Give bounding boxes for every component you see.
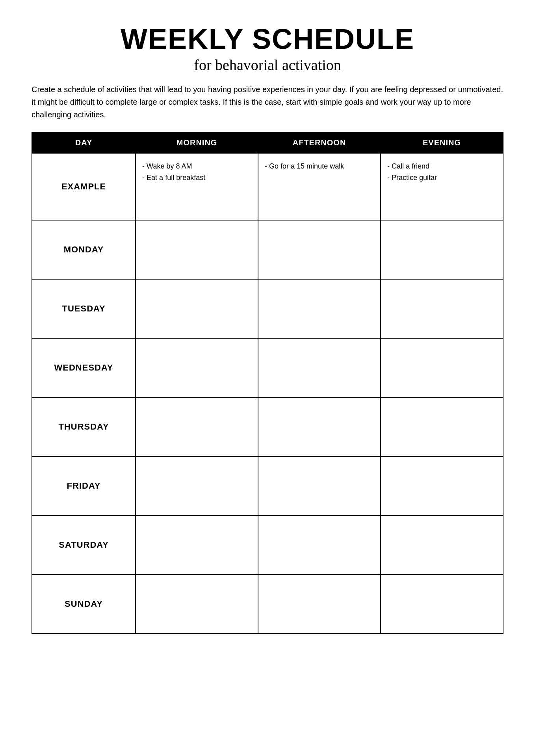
day-cell: WEDNESDAY [32,338,136,397]
morning-cell [136,456,258,515]
header-section: WEEKLY SCHEDULE for behavorial activatio… [32,24,503,74]
table-row: SATURDAY [32,515,503,574]
afternoon-cell [258,397,381,456]
table-row: FRIDAY [32,456,503,515]
table-row: THURSDAY [32,397,503,456]
evening-cell [381,397,503,456]
main-title: WEEKLY SCHEDULE [32,24,503,55]
morning-cell [136,220,258,279]
afternoon-cell [258,338,381,397]
morning-cell [136,338,258,397]
evening-cell [381,279,503,338]
day-cell: EXAMPLE [32,153,136,220]
morning-cell [136,397,258,456]
table-row: SUNDAY [32,574,503,634]
afternoon-cell: - Go for a 15 minute walk [258,153,381,220]
table-header-row: DAY MORNING AFTERNOON EVENING [32,132,503,153]
day-cell: FRIDAY [32,456,136,515]
evening-cell [381,338,503,397]
day-cell: SUNDAY [32,574,136,634]
col-header-day: DAY [32,132,136,153]
day-cell: MONDAY [32,220,136,279]
evening-cell [381,456,503,515]
col-header-afternoon: AFTERNOON [258,132,381,153]
afternoon-cell [258,456,381,515]
morning-cell [136,515,258,574]
subtitle: for behavorial activation [32,56,503,74]
description-text: Create a schedule of activities that wil… [32,83,503,121]
day-cell: TUESDAY [32,279,136,338]
afternoon-cell [258,220,381,279]
afternoon-cell [258,515,381,574]
schedule-table: DAY MORNING AFTERNOON EVENING EXAMPLE- W… [32,132,503,634]
morning-cell [136,574,258,634]
morning-cell [136,279,258,338]
morning-cell: - Wake by 8 AM - Eat a full breakfast [136,153,258,220]
evening-cell [381,220,503,279]
evening-cell: - Call a friend - Practice guitar [381,153,503,220]
evening-cell [381,515,503,574]
evening-cell [381,574,503,634]
col-header-morning: MORNING [136,132,258,153]
day-cell: THURSDAY [32,397,136,456]
table-row: EXAMPLE- Wake by 8 AM - Eat a full break… [32,153,503,220]
table-row: MONDAY [32,220,503,279]
table-row: WEDNESDAY [32,338,503,397]
afternoon-cell [258,279,381,338]
col-header-evening: EVENING [381,132,503,153]
afternoon-cell [258,574,381,634]
table-row: TUESDAY [32,279,503,338]
day-cell: SATURDAY [32,515,136,574]
